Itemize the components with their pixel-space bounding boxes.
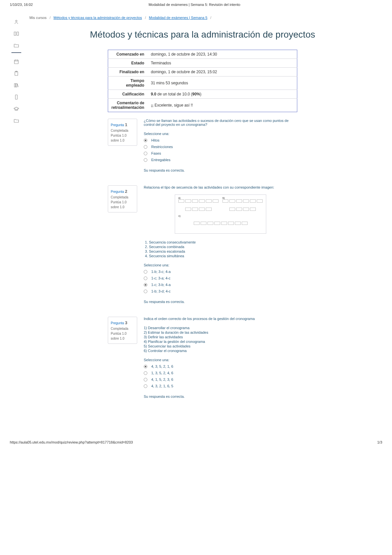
print-title: Modalidad de exámenes | Semana 5: Revisi…: [149, 3, 240, 7]
question-block: Pregunta 2CompletadaPuntúa 1.0sobre 1.0R…: [108, 185, 297, 304]
summary-label: Finalizado en: [108, 68, 148, 76]
options-group: 1-b; 3-c; 4-a1-c; 3-a; 4-c1-c; 3-b; 4-a1…: [144, 270, 297, 293]
summary-value: domingo, 1 de octubre de 2023, 14:30: [148, 50, 297, 59]
attempt-summary-table: Comenzado endomingo, 1 de octubre de 202…: [108, 50, 297, 112]
option-row[interactable]: 1-c; 3-b; 4-a: [144, 283, 297, 287]
svg-rect-1: [14, 60, 18, 64]
option-row[interactable]: 1-c; 3-a; 4-c: [144, 276, 297, 280]
course-title: Métodos y técnicas para la administració…: [29, 29, 376, 40]
list-item: Secuencia simultánea: [149, 254, 297, 258]
book-open-icon[interactable]: [13, 31, 19, 37]
option-row[interactable]: 4, 3, 2, 1, 6, 5: [144, 384, 297, 388]
summary-value: Terminados: [148, 59, 297, 68]
option-row[interactable]: Fases: [144, 151, 297, 155]
option-label: 4, 3, 5, 2, 1, 6: [151, 364, 173, 368]
radio-icon[interactable]: [144, 270, 147, 274]
question-block: Pregunta 1CompletadaPuntúa 1.0sobre 1.0¿…: [108, 119, 297, 172]
option-row[interactable]: Restricciones: [144, 145, 297, 149]
option-label: 1-b; 3-d; 4-c: [151, 289, 171, 293]
summary-value: ¡¡ Excelente, sigue así !!: [148, 99, 297, 112]
question-score-a: Puntúa 1.0: [111, 133, 134, 138]
sequence-types-list: Secuencia consecutivamenteSecuencia comb…: [149, 240, 297, 258]
radio-icon[interactable]: [144, 290, 147, 293]
breadcrumb-course-link[interactable]: Métodos y técnicas para la administració…: [54, 16, 142, 20]
svg-point-0: [16, 20, 17, 22]
breadcrumb-section-link[interactable]: Modalidad de exámenes | Semana 5: [149, 16, 207, 20]
sidebar-divider: [11, 52, 21, 53]
summary-label: Comentario de retroalimentación: [108, 99, 148, 112]
list-item: Secuencia escalonada: [149, 249, 297, 253]
library-icon[interactable]: [13, 82, 19, 88]
question-body: ¿Cómo se llaman las actividades o suceso…: [144, 119, 297, 172]
mobile-icon[interactable]: [13, 94, 19, 100]
question-block: Pregunta 3CompletadaPuntúa 1.0sobre 1.0I…: [108, 317, 297, 398]
option-row[interactable]: Hitos: [144, 138, 297, 142]
svg-rect-4: [15, 95, 17, 99]
question-meta: Pregunta 3CompletadaPuntúa 1.0sobre 1.0: [108, 317, 137, 344]
feedback-text: Su respuesta es correcta.: [144, 168, 297, 172]
options-group: HitosRestriccionesFasesEntregables: [144, 138, 297, 162]
question-score-a: Puntúa 1.0: [111, 331, 134, 336]
sequence-diagram-image: a)b)c): [175, 194, 266, 234]
options-group: 4, 3, 5, 2, 1, 61, 3, 5, 2, 4, 64, 1, 5,…: [144, 364, 297, 388]
radio-icon[interactable]: [144, 371, 147, 375]
users-icon[interactable]: [13, 19, 19, 25]
calendar-icon[interactable]: [13, 59, 19, 65]
folder2-icon[interactable]: [13, 118, 19, 124]
radio-icon[interactable]: [144, 145, 147, 149]
question-label: Pregunta: [111, 190, 125, 193]
summary-value: 9.0 de un total de 10.0 (90%): [148, 90, 297, 99]
question-text: ¿Cómo se llaman las actividades o suceso…: [144, 119, 297, 126]
option-label: 1-b; 3-c; 4-a: [151, 270, 171, 274]
question-label: Pregunta: [111, 123, 125, 127]
option-label: 1-c; 3-b; 4-a: [151, 283, 171, 287]
question-number: 2: [125, 189, 127, 194]
option-row[interactable]: 4, 3, 5, 2, 1, 6: [144, 364, 297, 368]
list-item: Secuencia consecutivamente: [149, 240, 297, 244]
print-header: 1/10/23, 16:02 Modalidad de exámenes | S…: [0, 0, 392, 9]
procedure-line: 1) Desarrollar el cronograma: [144, 326, 297, 330]
radio-icon[interactable]: [144, 152, 147, 155]
option-label: 4, 3, 2, 1, 6, 5: [151, 384, 173, 388]
breadcrumb: Mis cursos / Métodos y técnicas para la …: [29, 16, 376, 20]
question-score-a: Puntúa 1.0: [111, 200, 134, 205]
option-row[interactable]: 1-b; 3-d; 4-c: [144, 289, 297, 293]
radio-icon[interactable]: [144, 158, 147, 162]
question-completed: Completada: [111, 128, 134, 133]
option-label: Hitos: [151, 138, 159, 142]
radio-icon[interactable]: [144, 384, 147, 388]
question-completed: Completada: [111, 195, 134, 200]
radio-icon[interactable]: [144, 378, 147, 381]
option-row[interactable]: 1-b; 3-c; 4-a: [144, 270, 297, 274]
question-score-b: sobre 1.0: [111, 336, 134, 341]
question-label: Pregunta: [111, 321, 125, 325]
summary-label: Comenzado en: [108, 50, 148, 59]
graduation-cap-icon[interactable]: [13, 106, 19, 112]
breadcrumb-root: Mis cursos: [29, 16, 47, 20]
procedure-line: 2) Estimar la duración de las actividade…: [144, 330, 297, 334]
question-completed: Completada: [111, 326, 134, 331]
radio-icon[interactable]: [144, 283, 147, 287]
print-datetime: 1/10/23, 16:02: [10, 3, 33, 7]
option-label: Restricciones: [151, 145, 173, 149]
question-score-b: sobre 1.0: [111, 205, 134, 210]
select-one-label: Seleccione una:: [144, 358, 297, 362]
option-label: 4, 1, 5, 2, 3, 6: [151, 378, 173, 381]
radio-icon[interactable]: [144, 139, 147, 142]
radio-icon[interactable]: [144, 277, 147, 280]
select-one-label: Seleccione una:: [144, 263, 297, 267]
folder-icon[interactable]: [13, 42, 19, 48]
radio-icon[interactable]: [144, 365, 147, 368]
question-meta: Pregunta 1CompletadaPuntúa 1.0sobre 1.0: [108, 119, 137, 146]
clipboard-icon[interactable]: [13, 71, 19, 76]
option-label: Entregables: [151, 158, 171, 162]
option-row[interactable]: Entregables: [144, 158, 297, 162]
summary-label: Estado: [108, 59, 148, 68]
procedure-line: 5) Secuenciar las actividades: [144, 344, 297, 348]
option-row[interactable]: 1, 3, 5, 2, 4, 6: [144, 371, 297, 375]
option-row[interactable]: 4, 1, 5, 2, 3, 6: [144, 378, 297, 381]
print-footer: https://aula05.utel.edu.mx/mod/quiz/revi…: [0, 438, 392, 447]
procedure-line: 4) Planificar la gestión del cronograma: [144, 340, 297, 344]
question-number: 1: [125, 122, 127, 127]
question-score-b: sobre 1.0: [111, 138, 134, 143]
